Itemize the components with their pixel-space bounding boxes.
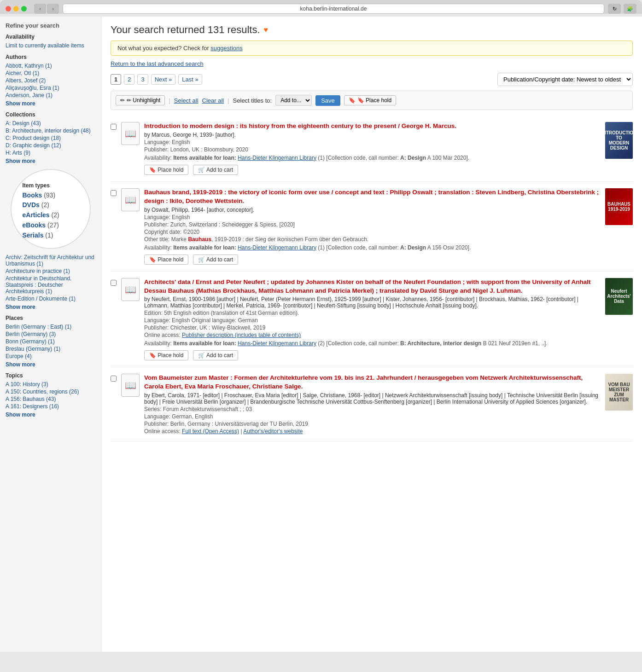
author-albers[interactable]: Albers, Josef (2) — [6, 77, 95, 84]
collection-arts[interactable]: H: Arts (9) — [6, 149, 95, 156]
result-thumb-2: BAUHAUS1919-2019 — [605, 188, 633, 225]
collection-product[interactable]: C: Product design (18) — [6, 134, 95, 142]
suggestions-link[interactable]: suggestions — [210, 45, 242, 52]
collection-arte[interactable]: Arte-Edition / Dokumente (1) — [6, 295, 95, 302]
result-series-4: Series: Forum Architekturwissenschaft ; … — [144, 406, 601, 412]
collection-architektur-de[interactable]: Architektur in Deutschland. Staatspreis … — [6, 275, 95, 295]
library-link-3[interactable]: Hans-Dieter Klingemann Library — [238, 340, 316, 347]
last-link[interactable]: Last » — [178, 74, 202, 85]
topic-history[interactable]: A 100: History (3) — [6, 381, 95, 388]
collection-arch-practice[interactable]: Architecture in practice (1) — [6, 267, 95, 275]
result-actions-3: 🔖 Place hold 🛒 Add to cart — [144, 350, 601, 360]
place-hold-2[interactable]: 🔖 Place hold — [144, 255, 188, 265]
add-cart-3[interactable]: 🛒 Add to cart — [193, 350, 238, 360]
item-types-label: Item types — [23, 182, 50, 189]
place-hold-bar-button[interactable]: 🔖 🔖 Place hold — [344, 95, 396, 105]
item-type-books[interactable]: Books (93) — [23, 191, 56, 201]
topic-designers[interactable]: A 161: Designers (16) — [6, 403, 95, 410]
author-abbott[interactable]: Abbott, Kathryn (1) — [6, 62, 95, 70]
advanced-search-link[interactable]: Return to the last advanced search — [111, 60, 633, 67]
item-types-box: Item types Books (93) DVDs (2) eArticles… — [12, 170, 90, 248]
limit-available-link[interactable]: Limit to currently available items — [6, 42, 95, 49]
author-aicher[interactable]: Aicher, Otl (1) — [6, 70, 95, 77]
sort-select[interactable]: Publication/Copyright date: Newest to ol… — [497, 73, 633, 86]
unhighlight-button[interactable]: ✏ ✏ Unhighlight — [116, 95, 165, 105]
reload-button[interactable]: ↻ — [608, 4, 621, 14]
library-link-2[interactable]: Hans-Dieter Klingemann Library — [238, 244, 316, 251]
maximize-button[interactable] — [21, 6, 27, 12]
result-checkbox-2[interactable] — [111, 190, 117, 196]
result-title-2[interactable]: Bauhaus brand, 1919-2019 : the victory o… — [144, 189, 599, 204]
result-title-3[interactable]: Architects' data / Ernst and Peter Neufe… — [144, 278, 591, 294]
next-link[interactable]: Next » — [151, 74, 176, 85]
forward-button[interactable]: › — [47, 4, 59, 14]
result-checkbox-3[interactable] — [111, 280, 117, 286]
collection-architecture[interactable]: B: Architecture, interior design (48) — [6, 127, 95, 134]
collection-archiv[interactable]: Archiv: Zeitschrift für Architektur und … — [6, 254, 95, 267]
minimize-button[interactable] — [13, 6, 19, 12]
place-berlin[interactable]: Berlin (Germany) (3) — [6, 330, 95, 338]
result-title-1[interactable]: Introduction to modern design : its hist… — [144, 122, 456, 129]
page-1[interactable]: 1 — [111, 74, 121, 85]
item-type-dvds[interactable]: DVDs (2) — [23, 200, 49, 210]
sidebar-title: Refine your search — [6, 22, 95, 29]
collections-show-more[interactable]: Show more — [6, 158, 95, 164]
place-breslau[interactable]: Breslau (Germany) (1) — [6, 345, 95, 353]
page-3-link[interactable]: 3 — [137, 74, 148, 85]
result-availability-2: Availability: Items available for loan: … — [144, 244, 601, 251]
result-availability-1: Availability: Items available for loan: … — [144, 155, 601, 161]
result-thumb-3: NeufertArchitects'Data — [605, 278, 633, 315]
add-cart-1[interactable]: 🛒 Add to cart — [193, 165, 238, 175]
close-button[interactable] — [6, 6, 11, 12]
place-hold-1[interactable]: 🔖 Place hold — [144, 165, 188, 175]
clear-all-button[interactable]: Clear all — [202, 97, 224, 104]
authors-show-more[interactable]: Show more — [6, 100, 95, 107]
result-checkbox-4[interactable] — [111, 376, 117, 382]
result-language-3: Language: English Original language: Ger… — [144, 317, 601, 324]
result-title-4[interactable]: Vom Baumeister zum Master : Formen der A… — [144, 374, 583, 390]
result-item-1: 📖 Introduction to modern design : its hi… — [111, 116, 633, 182]
place-hold-3[interactable]: 🔖 Place hold — [144, 350, 188, 360]
author-alicavusoglu[interactable]: Aliçavuşoğlu, Esra (1) — [6, 84, 95, 92]
places-show-more[interactable]: Show more — [6, 361, 95, 368]
result-thumb-4: VOM BAUMEISTERZUMMASTER — [605, 374, 633, 411]
online-link-3[interactable]: Publisher description (includes table of… — [182, 332, 301, 338]
url-bar[interactable]: koha.berlin-international.de — [63, 4, 604, 14]
collections2-show-more[interactable]: Show more — [6, 304, 95, 310]
place-europe[interactable]: Europe (4) — [6, 353, 95, 360]
result-author-2: by Oswalt, Philipp, 1964- [author, conce… — [144, 207, 601, 213]
result-item-3: 📖 Architects' data / Ernst and Peter Neu… — [111, 272, 633, 368]
author-anderson[interactable]: Anderson, Jane (1) — [6, 92, 95, 99]
online-link-4b[interactable]: Author's/editor's website — [243, 428, 303, 434]
topic-countries[interactable]: A 150: Countries, regions (26) — [6, 388, 95, 395]
collection-design[interactable]: A: Design (43) — [6, 120, 95, 127]
result-actions-1: 🔖 Place hold 🛒 Add to cart — [144, 165, 601, 175]
result-online-4: Online access: Full text (Open Access) |… — [144, 428, 601, 434]
extensions-button[interactable]: 🧩 — [624, 4, 636, 14]
select-all-button[interactable]: Select all — [174, 97, 198, 104]
collection-graphic[interactable]: D: Graphic design (12) — [6, 142, 95, 149]
book-icon-1: 📖 — [121, 122, 140, 145]
result-availability-3: Availability: Items available for loan: … — [144, 340, 601, 347]
result-checkbox-1[interactable] — [111, 124, 117, 130]
book-icon-2: 📖 — [121, 188, 140, 211]
save-button[interactable]: Save — [315, 95, 340, 106]
item-type-earticles[interactable]: eArticles (2) — [23, 210, 59, 220]
item-type-serials[interactable]: Serials (1) — [23, 231, 53, 241]
topic-bauhaus[interactable]: A 156: Bauhaus (43) — [6, 395, 95, 403]
item-type-ebooks[interactable]: eBooks (27) — [23, 220, 59, 231]
place-bonn[interactable]: Bonn (Germany) (1) — [6, 338, 95, 345]
result-language-2: Language: English — [144, 214, 601, 220]
availability-label: Availability — [6, 34, 95, 40]
place-berlin-east[interactable]: Berlin (Germany : East) (1) — [6, 323, 95, 330]
online-link-4a[interactable]: Full text (Open Access) — [182, 428, 239, 434]
page-2-link[interactable]: 2 — [124, 74, 134, 85]
library-link-1[interactable]: Hans-Dieter Klingemann Library — [238, 155, 316, 161]
add-cart-2[interactable]: 🛒 Add to cart — [193, 255, 238, 265]
add-to-select[interactable]: Add to... Shelf List — [275, 95, 312, 106]
topics-show-more[interactable]: Show more — [6, 411, 95, 418]
back-button[interactable]: ‹ — [34, 4, 46, 14]
book-icon-3: 📖 — [121, 278, 140, 301]
rss-icon[interactable]: ♥ — [264, 26, 268, 34]
action-bar: ✏ ✏ Unhighlight | Select all Clear all |… — [111, 91, 633, 110]
